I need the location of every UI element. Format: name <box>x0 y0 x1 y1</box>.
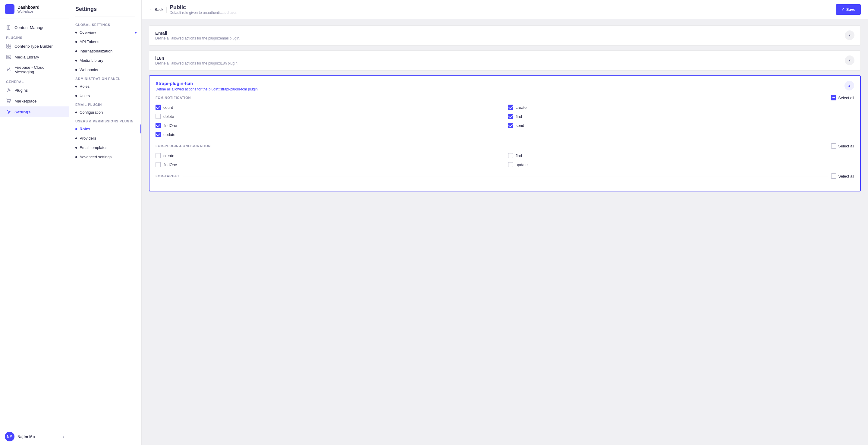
fcm-notification-label: FCM-NOTIFICATION <box>156 96 191 99</box>
checkbox-config-update[interactable] <box>508 162 513 167</box>
sidebar-item-plugins[interactable]: Plugins <box>0 85 69 95</box>
perm-config-label-findone: findOne <box>163 162 177 167</box>
perm-item-create[interactable]: create <box>508 105 854 110</box>
sidebar-item-settings[interactable]: Settings <box>0 107 69 117</box>
select-all-label: Select all <box>838 95 854 100</box>
header-left: ← Back Public Default role given to unau… <box>149 4 238 15</box>
sidebar-item-content-type-builder[interactable]: Content-Type Builder <box>0 41 69 52</box>
settings-item-advanced-settings[interactable]: Advanced settings <box>69 152 141 161</box>
perm-item-send[interactable]: send <box>508 123 854 128</box>
chevron-up-icon: ▴ <box>848 84 850 88</box>
fcm-target-select-all[interactable]: Select all <box>831 173 854 179</box>
avatar: NM <box>5 432 14 441</box>
checkbox-find[interactable] <box>508 114 513 119</box>
sidebar-item-content-manager[interactable]: Content Manager <box>0 22 69 33</box>
fcm-notification-section: FCM-NOTIFICATION Select all count <box>156 95 854 137</box>
i18n-plugin-card: i18n Define all allowed actions for the … <box>149 50 861 70</box>
settings-item-configuration[interactable]: Configuration <box>69 108 141 117</box>
checkbox-config-find[interactable] <box>508 153 513 158</box>
perm-config-label-create: create <box>163 153 174 158</box>
svg-rect-6 <box>7 47 8 48</box>
fcm-plugin-config-section: FCM-PLUGIN-CONFIGURATION Select all crea… <box>156 143 854 167</box>
checkbox-update[interactable] <box>156 132 161 137</box>
sidebar-item-marketplace[interactable]: Marketplace <box>0 95 69 107</box>
bullet-icon <box>75 138 77 139</box>
image-icon <box>6 54 11 60</box>
sidebar-section-plugins: PLUGINS <box>0 33 69 41</box>
save-button[interactable]: ✓ Save <box>836 4 861 15</box>
perm-item-findone[interactable]: findOne <box>156 123 502 128</box>
settings-item-overview[interactable]: Overview <box>69 28 141 37</box>
settings-item-internationalization[interactable]: Internationalization <box>69 47 141 56</box>
perm-config-label-update: update <box>516 162 528 167</box>
perm-item-find[interactable]: find <box>508 114 854 119</box>
settings-item-roles-admin[interactable]: Roles <box>69 82 141 91</box>
perm-config-item-update[interactable]: update <box>508 162 854 167</box>
app-name: Dashboard <box>18 5 39 10</box>
fcm-target-label: FCM-TARGET <box>156 174 180 178</box>
perm-label-delete: delete <box>163 114 174 119</box>
section-line <box>214 146 828 146</box>
section-line <box>183 176 828 176</box>
settings-item-roles-active[interactable]: Roles <box>69 124 141 134</box>
checkbox-findone[interactable] <box>156 123 161 128</box>
sidebar-item-firebase[interactable]: Firebase - Cloud Messaging <box>0 62 69 77</box>
perm-config-item-findone[interactable]: findOne <box>156 162 502 167</box>
fcm-notification-select-all[interactable]: Select all <box>831 95 854 100</box>
svg-point-12 <box>10 102 10 103</box>
checkbox-config-create[interactable] <box>156 153 161 158</box>
email-expand-button[interactable]: ▾ <box>845 30 855 40</box>
main-content: ← Back Public Default role given to unau… <box>142 0 868 445</box>
email-plugin-title: Email <box>155 30 240 36</box>
select-all-checkbox-unchecked2[interactable] <box>831 173 836 179</box>
email-plugin-card-header: Email Define all allowed actions for the… <box>149 26 861 45</box>
header-title-block: Public Default role given to unauthentic… <box>170 4 238 15</box>
select-all-checkbox-indeterminate[interactable] <box>831 95 836 100</box>
checkbox-create[interactable] <box>508 105 513 110</box>
settings-section-global: GLOBAL SETTINGS <box>69 21 141 28</box>
settings-item-users[interactable]: Users <box>69 91 141 100</box>
sidebar-label-content-manager: Content Manager <box>14 25 46 30</box>
sidebar-nav: Content Manager PLUGINS Content-Type Bui… <box>0 19 69 428</box>
collapse-sidebar-button[interactable]: ‹ <box>63 434 64 439</box>
bullet-icon <box>75 50 77 52</box>
fcm-plugin-desc: Define all allowed actions for the plugi… <box>156 87 258 91</box>
sidebar-label-media-library: Media Library <box>14 55 39 59</box>
settings-item-webhooks[interactable]: Webhooks <box>69 65 141 75</box>
perm-item-update[interactable]: update <box>156 132 502 137</box>
settings-section-users-permissions: USERS & PERMISSIONS PLUGIN <box>69 117 141 124</box>
svg-rect-4 <box>7 44 8 46</box>
i18n-expand-button[interactable]: ▾ <box>845 56 855 65</box>
checkbox-count[interactable] <box>156 105 161 110</box>
settings-item-providers[interactable]: Providers <box>69 134 141 143</box>
settings-panel: Settings GLOBAL SETTINGS Overview API To… <box>69 0 142 445</box>
checkbox-config-findone[interactable] <box>156 162 161 167</box>
settings-item-media-library[interactable]: Media Library <box>69 56 141 65</box>
fcm-expand-button[interactable]: ▴ <box>844 81 854 90</box>
svg-point-13 <box>8 111 10 113</box>
perm-item-delete[interactable]: delete <box>156 114 502 119</box>
perm-label-findone: findOne <box>163 123 177 128</box>
fcm-plugin-config-select-all[interactable]: Select all <box>831 143 854 149</box>
settings-divider <box>75 17 135 17</box>
fcm-plugin-config-section-header: FCM-PLUGIN-CONFIGURATION Select all <box>156 143 854 149</box>
perm-config-item-create[interactable]: create <box>156 153 502 158</box>
i18n-plugin-desc: Define all allowed actions for the plugi… <box>155 61 239 65</box>
checkbox-send[interactable] <box>508 123 513 128</box>
back-button[interactable]: ← Back <box>149 7 163 12</box>
active-indicator <box>141 124 141 134</box>
sidebar: Dashboard Workplace Content Manager PLUG… <box>0 0 69 445</box>
settings-item-api-tokens[interactable]: API Tokens <box>69 37 141 47</box>
checkbox-delete[interactable] <box>156 114 161 119</box>
bullet-icon <box>75 95 77 97</box>
puzzle-icon <box>6 43 11 49</box>
bullet-icon <box>75 69 77 71</box>
settings-item-email-templates[interactable]: Email templates <box>69 143 141 152</box>
perm-item-count[interactable]: count <box>156 105 502 110</box>
perm-config-item-find[interactable]: find <box>508 153 854 158</box>
sidebar-item-media-library[interactable]: Media Library <box>0 52 69 62</box>
fcm-plugin-config-permissions: create find findOne update <box>156 153 854 167</box>
settings-panel-title: Settings <box>69 6 141 17</box>
sidebar-label-marketplace: Marketplace <box>14 99 37 103</box>
select-all-checkbox-unchecked[interactable] <box>831 143 836 149</box>
